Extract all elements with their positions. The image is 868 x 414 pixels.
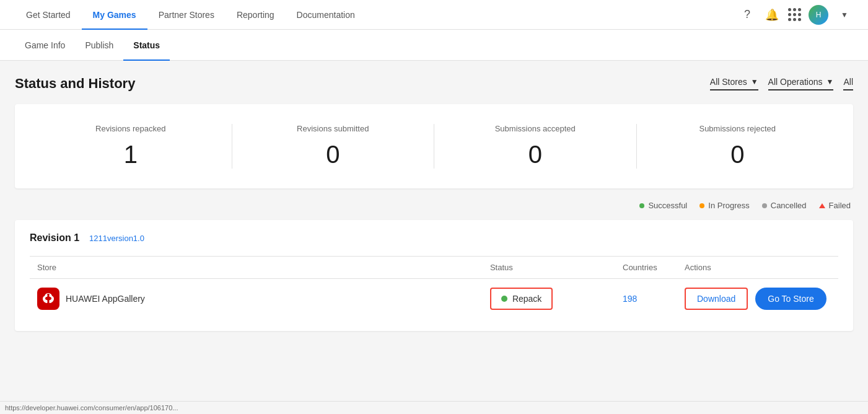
table-body: HUAWEI AppGallery Repack 198 — [30, 279, 838, 319]
status-cell: Repack — [483, 279, 560, 319]
store-name-text: HUAWEI AppGallery — [66, 294, 145, 304]
help-icon[interactable]: ? — [739, 6, 756, 24]
grid-dot — [788, 18, 791, 21]
top-nav-right: ? 🔔 H ▼ — [739, 5, 853, 25]
failed-triangle-icon — [819, 203, 825, 208]
all-filter-dropdown[interactable]: All — [843, 77, 853, 90]
stores-chevron-icon: ▼ — [751, 77, 758, 86]
stat-label-submitted: Revisions submitted — [232, 124, 434, 133]
top-nav-items: Get Started My Games Partner Stores Repo… — [15, 0, 739, 30]
status-dot-icon — [501, 296, 507, 302]
grid-dot — [798, 8, 801, 11]
table-row: HUAWEI AppGallery Repack 198 — [30, 279, 838, 319]
sub-navigation: Game Info Publish Status — [0, 30, 868, 61]
revision-table: Store Status Countries Actions — [30, 256, 838, 319]
stat-value-submitted: 0 — [232, 141, 434, 169]
tab-game-info[interactable]: Game Info — [15, 30, 75, 61]
col-header-status: Status — [483, 257, 560, 279]
stat-submissions-accepted: Submissions accepted 0 — [434, 124, 636, 169]
grid-dot — [793, 8, 796, 11]
action-buttons: Download Go To Store — [685, 288, 831, 310]
all-stores-dropdown[interactable]: All Stores ▼ — [710, 77, 758, 90]
countries-cell: 198 — [615, 279, 677, 319]
stat-value-accepted: 0 — [434, 141, 636, 169]
revision-header: Revision 1 1211version1.0 — [30, 232, 838, 244]
stat-revisions-repacked: Revisions repacked 1 — [30, 124, 232, 169]
col-header-store: Store — [30, 257, 483, 279]
huawei-logo — [37, 288, 59, 310]
page-title: Status and History — [15, 76, 135, 92]
grid-dot — [798, 18, 801, 21]
col-header-actions: Actions — [677, 257, 838, 279]
stat-label-repacked: Revisions repacked — [30, 124, 232, 133]
spacer-cell — [560, 279, 615, 319]
legend-in-progress: In Progress — [699, 201, 749, 210]
legend-cancelled: Cancelled — [762, 201, 807, 210]
stat-submissions-rejected: Submissions rejected 0 — [636, 124, 839, 169]
revision-card: Revision 1 1211version1.0 Store Status C… — [15, 220, 853, 331]
apps-grid-icon[interactable] — [788, 8, 801, 21]
status-badge: Repack — [490, 288, 553, 310]
revision-title: Revision 1 — [30, 232, 79, 244]
stats-card: Revisions repacked 1 Revisions submitted… — [15, 104, 853, 188]
notification-icon[interactable]: 🔔 — [763, 6, 781, 24]
user-avatar[interactable]: H — [809, 5, 828, 25]
nav-item-get-started[interactable]: Get Started — [15, 0, 82, 30]
col-header-countries: Countries — [615, 257, 677, 279]
successful-dot-icon — [639, 203, 644, 208]
revision-version-link[interactable]: 1211version1.0 — [89, 234, 144, 243]
stat-label-rejected: Submissions rejected — [637, 124, 839, 133]
legend-failed: Failed — [819, 201, 851, 210]
nav-item-documentation[interactable]: Documentation — [286, 0, 366, 30]
countries-value: 198 — [623, 294, 637, 304]
tab-status[interactable]: Status — [123, 30, 170, 61]
main-content: Status and History All Stores ▼ All Oper… — [0, 61, 868, 346]
nav-item-partner-stores[interactable]: Partner Stores — [147, 0, 226, 30]
legend-successful: Successful — [639, 201, 687, 210]
nav-item-reporting[interactable]: Reporting — [226, 0, 286, 30]
actions-cell: Download Go To Store — [677, 279, 838, 319]
nav-item-my-games[interactable]: My Games — [82, 0, 147, 30]
status-label: Repack — [512, 294, 541, 304]
download-button[interactable]: Download — [685, 288, 748, 310]
account-chevron-icon[interactable]: ▼ — [836, 6, 853, 24]
operations-chevron-icon: ▼ — [826, 77, 834, 86]
table-header: Store Status Countries Actions — [30, 257, 838, 279]
store-cell: HUAWEI AppGallery — [30, 279, 483, 319]
legend-row: Successful In Progress Cancelled Failed — [15, 201, 853, 210]
grid-dot — [788, 13, 791, 16]
grid-dot — [788, 8, 791, 11]
filter-row: All Stores ▼ All Operations ▼ All — [710, 77, 853, 90]
grid-dot — [793, 13, 796, 16]
go-to-store-button[interactable]: Go To Store — [755, 288, 826, 310]
all-operations-dropdown[interactable]: All Operations ▼ — [768, 77, 834, 90]
cancelled-dot-icon — [762, 203, 767, 208]
huawei-logo-icon — [42, 292, 55, 306]
top-navigation: Get Started My Games Partner Stores Repo… — [0, 0, 868, 30]
in-progress-dot-icon — [699, 203, 704, 208]
store-info: HUAWEI AppGallery — [37, 288, 475, 310]
page-header: Status and History All Stores ▼ All Oper… — [15, 76, 853, 92]
grid-dot — [793, 18, 796, 21]
stat-revisions-submitted: Revisions submitted 0 — [232, 124, 434, 169]
grid-dot — [798, 13, 801, 16]
stat-label-accepted: Submissions accepted — [434, 124, 636, 133]
stat-value-repacked: 1 — [30, 141, 232, 169]
stat-value-rejected: 0 — [637, 141, 839, 169]
tab-publish[interactable]: Publish — [75, 30, 123, 61]
col-header-spacer — [560, 257, 615, 279]
